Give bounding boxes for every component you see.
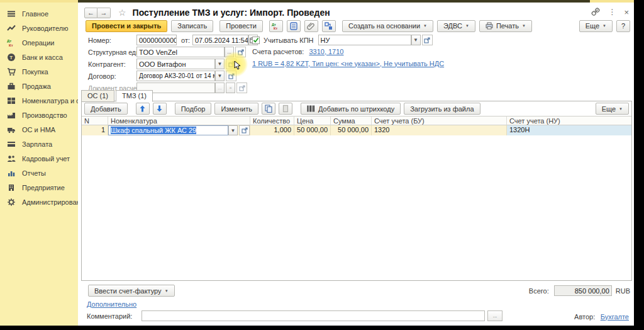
dropdown-button[interactable]: ▼	[228, 125, 238, 135]
sidebar-item-sales[interactable]: Продажа	[0, 79, 78, 93]
open-button[interactable]	[235, 47, 246, 57]
sidebar-item-administration[interactable]: Администрирование	[0, 195, 78, 209]
quantity-cell[interactable]: 1,000	[250, 125, 294, 135]
paperclip-icon	[307, 22, 315, 30]
table-more-button[interactable]: Еще▼	[596, 103, 629, 115]
column-header[interactable]: Цена	[294, 116, 331, 125]
tab-os[interactable]: ОС (1)	[81, 90, 114, 102]
nomenclature-cell[interactable]: Шкаф спальный ЖК АС 29 ▼	[108, 125, 250, 135]
row-number-cell[interactable]: 1	[82, 125, 108, 135]
sidebar-item-reports[interactable]: Отчеты	[0, 166, 78, 180]
sidebar-item-enterprise[interactable]: Предприятие	[0, 180, 78, 195]
sidebar-item-nomenclature[interactable]: Номенклатура и склад	[0, 93, 78, 108]
forward-button[interactable]: →	[97, 8, 111, 18]
tmz-tab-panel: Добавить Подбор Изменить Добавить по ш	[81, 101, 632, 281]
add-by-barcode-button[interactable]: Добавить по штрихкоду	[301, 103, 401, 115]
write-button[interactable]: Записать	[171, 20, 213, 32]
sidebar-item-operations[interactable]: ДтКт Операции	[0, 35, 78, 50]
sidebar-item-hr[interactable]: Кадровый учет	[0, 151, 78, 166]
structural-unit-field[interactable]: TOO VenZel	[136, 47, 225, 57]
related-documents-button[interactable]	[322, 20, 336, 32]
sidebar-item-main[interactable]: Главное	[0, 6, 78, 21]
main-area: ← → ☆ Поступление ТМЗ и услуг: Импорт. П…	[78, 3, 634, 326]
settlement-accounts-link[interactable]: 3310, 1710	[309, 48, 343, 55]
kpn-checkbox[interactable]	[252, 37, 260, 44]
copy-button[interactable]	[262, 103, 275, 115]
attachments-button[interactable]	[304, 20, 318, 32]
sidebar-item-os-nma[interactable]: ОС и НМА	[0, 122, 78, 137]
sidebar-item-purchase[interactable]: Покупка	[0, 64, 78, 79]
print-button[interactable]: Печать▼	[479, 20, 532, 32]
sidebar-item-bank[interactable]: Т Банк и касса	[0, 50, 78, 64]
author-link[interactable]: Бухгалте	[601, 313, 629, 321]
open-form-icon	[228, 73, 235, 79]
nomenclature-editor[interactable]: Шкаф спальный ЖК АС 29	[108, 125, 228, 135]
open-button[interactable]	[226, 71, 236, 81]
sum-cell[interactable]: 50 000,00	[331, 125, 372, 135]
window-more-button[interactable]: Еще▼	[579, 20, 613, 32]
truck-icon	[7, 125, 16, 134]
add-row-button[interactable]: Добавить	[84, 103, 128, 115]
number-field[interactable]: 00000000002	[136, 35, 177, 45]
open-form-icon	[238, 49, 244, 55]
post-button[interactable]: Провести	[219, 20, 263, 32]
date-field[interactable]: 07.05.2024 11:54:49	[192, 35, 248, 45]
show-postings-button[interactable]: ДтКт	[269, 20, 283, 32]
dropdown-button[interactable]: ▼	[215, 71, 225, 81]
favorite-star-icon[interactable]: ☆	[118, 8, 126, 18]
table-row[interactable]: 1 Шкаф спальный ЖК АС 29 ▼ 1,000 50 000,…	[82, 125, 631, 135]
chevron-down-icon: ▼	[465, 24, 469, 28]
open-form-icon	[228, 61, 235, 67]
account-nu-cell[interactable]: 1320Н	[507, 125, 631, 135]
column-header[interactable]: Сумма	[331, 116, 372, 125]
dropdown-button[interactable]: ▼	[411, 35, 421, 45]
sidebar-item-label: Операции	[22, 39, 54, 47]
close-icon[interactable]: ×	[624, 8, 629, 17]
ellipsis-button[interactable]: ...	[487, 310, 502, 321]
column-header[interactable]: N	[82, 116, 108, 125]
contract-field[interactable]: Договор АКЗ-20-01 от 14 мая 2020г.	[136, 71, 215, 81]
paste-button[interactable]	[279, 103, 292, 115]
price-cell[interactable]: 50 000,00	[294, 125, 331, 135]
move-down-button[interactable]	[153, 103, 167, 115]
dropdown-button[interactable]: ▼	[215, 59, 225, 69]
open-button[interactable]	[239, 125, 250, 135]
account-bu-cell[interactable]: 1320	[372, 125, 507, 135]
load-from-file-button[interactable]: Загрузить из файла	[404, 103, 480, 115]
additional-link[interactable]: Дополнительно	[87, 300, 136, 308]
ellipsis-button[interactable]: ...	[215, 82, 225, 93]
sidebar-item-salary[interactable]: Зарплата	[0, 137, 78, 151]
column-header[interactable]: Номенклатура	[108, 116, 250, 125]
sidebar-item-production[interactable]: Производство	[0, 108, 78, 122]
edvs-button[interactable]: ЭДВС▼	[437, 20, 475, 32]
open-button[interactable]	[422, 35, 433, 45]
comment-field[interactable]	[142, 310, 485, 321]
edit-button[interactable]: Изменить	[214, 103, 258, 115]
create-based-on-button[interactable]: Создать на основании▼	[342, 20, 433, 32]
open-button[interactable]	[236, 82, 247, 93]
post-and-close-button[interactable]: Провести и закрыть	[86, 20, 167, 32]
clear-button[interactable]: ×	[226, 82, 235, 93]
sidebar-item-manager[interactable]: Руководителю	[0, 21, 78, 35]
enter-invoice-button[interactable]: Ввести счет-фактуру▼	[88, 285, 175, 297]
dtkt-icon: ДтКт	[7, 38, 16, 47]
back-button[interactable]: ←	[84, 8, 97, 18]
column-header[interactable]: Счет учета (НУ)	[507, 116, 631, 125]
factory-icon	[7, 111, 16, 120]
move-up-button[interactable]	[136, 103, 150, 115]
svg-text:Дт: Дт	[7, 39, 11, 43]
report-structure-button[interactable]	[287, 20, 301, 32]
table-empty-area[interactable]	[82, 135, 631, 280]
pick-button[interactable]: Подбор	[175, 103, 212, 115]
column-header[interactable]: Количество	[250, 116, 294, 125]
tab-tmz[interactable]: ТМЗ (1)	[116, 90, 153, 102]
grid-icon	[7, 96, 16, 105]
counterparty-field[interactable]: ООО Витафон	[136, 59, 215, 69]
column-header[interactable]: Счет учета (БУ)	[372, 116, 507, 125]
currency-rate-link[interactable]: 1 RUB = 4,82 KZT, Тип цен: <не указан>, …	[252, 60, 444, 67]
ellipsis-button[interactable]: ...	[225, 47, 234, 57]
help-button[interactable]: ?	[616, 20, 630, 32]
get-link-icon[interactable]	[591, 8, 600, 16]
kpn-field[interactable]: НУ	[318, 35, 411, 45]
menu-dots-icon[interactable]: ⋮	[608, 8, 616, 16]
